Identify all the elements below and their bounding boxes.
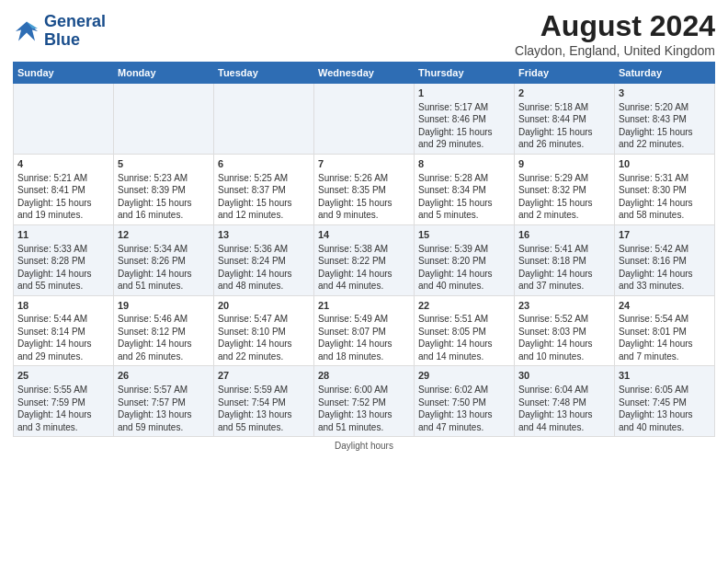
title-block: August 2024 Claydon, England, United Kin… [515, 9, 715, 58]
day-number: 29 [418, 369, 510, 383]
calendar-cell: 21Sunrise: 5:49 AMSunset: 8:07 PMDayligh… [314, 295, 415, 366]
day-number: 5 [118, 157, 210, 171]
col-saturday: Saturday [615, 63, 715, 84]
logo: General Blue [13, 13, 106, 50]
day-number: 23 [518, 299, 610, 313]
day-number: 24 [619, 299, 711, 313]
calendar-cell: 30Sunrise: 6:04 AMSunset: 7:48 PMDayligh… [515, 366, 615, 437]
calendar-cell: 4Sunrise: 5:21 AMSunset: 8:41 PMDaylight… [14, 154, 114, 224]
day-number: 18 [17, 299, 109, 313]
calendar-cell: 13Sunrise: 5:36 AMSunset: 8:24 PMDayligh… [214, 224, 314, 295]
calendar-body: 1Sunrise: 5:17 AMSunset: 8:46 PMDaylight… [14, 84, 715, 437]
col-wednesday: Wednesday [314, 63, 415, 84]
calendar-cell: 11Sunrise: 5:33 AMSunset: 8:28 PMDayligh… [14, 224, 114, 295]
day-number: 6 [218, 157, 310, 171]
day-number: 4 [17, 157, 109, 171]
footer-daylight: Daylight hours [13, 441, 715, 451]
calendar-week-4: 18Sunrise: 5:44 AMSunset: 8:14 PMDayligh… [14, 295, 715, 366]
calendar-cell: 15Sunrise: 5:39 AMSunset: 8:20 PMDayligh… [415, 224, 515, 295]
day-number: 22 [418, 299, 510, 313]
day-number: 27 [218, 369, 310, 383]
day-number: 17 [619, 228, 711, 242]
calendar-cell: 24Sunrise: 5:54 AMSunset: 8:01 PMDayligh… [615, 295, 715, 366]
calendar-cell: 19Sunrise: 5:46 AMSunset: 8:12 PMDayligh… [114, 295, 214, 366]
day-number: 1 [418, 86, 510, 100]
calendar-header: Sunday Monday Tuesday Wednesday Thursday… [14, 63, 715, 84]
col-tuesday: Tuesday [214, 63, 314, 84]
calendar-cell: 31Sunrise: 6:05 AMSunset: 7:45 PMDayligh… [615, 366, 715, 437]
calendar-week-3: 11Sunrise: 5:33 AMSunset: 8:28 PMDayligh… [14, 224, 715, 295]
calendar-cell: 25Sunrise: 5:55 AMSunset: 7:59 PMDayligh… [14, 366, 114, 437]
day-number: 20 [218, 299, 310, 313]
calendar-cell: 8Sunrise: 5:28 AMSunset: 8:34 PMDaylight… [415, 154, 515, 224]
header-row-days: Sunday Monday Tuesday Wednesday Thursday… [14, 63, 715, 84]
day-number: 31 [619, 369, 711, 383]
day-number: 2 [518, 86, 610, 100]
calendar-cell: 1Sunrise: 5:17 AMSunset: 8:46 PMDaylight… [415, 84, 515, 155]
calendar-cell: 5Sunrise: 5:23 AMSunset: 8:39 PMDaylight… [114, 154, 214, 224]
day-number: 21 [318, 299, 410, 313]
logo-icon [13, 17, 40, 45]
calendar-cell [14, 84, 114, 155]
calendar-cell: 22Sunrise: 5:51 AMSunset: 8:05 PMDayligh… [415, 295, 515, 366]
day-number: 9 [518, 157, 610, 171]
day-number: 7 [318, 157, 410, 171]
calendar-cell: 20Sunrise: 5:47 AMSunset: 8:10 PMDayligh… [214, 295, 314, 366]
calendar-cell: 26Sunrise: 5:57 AMSunset: 7:57 PMDayligh… [114, 366, 214, 437]
svg-marker-0 [16, 21, 38, 40]
calendar-cell: 18Sunrise: 5:44 AMSunset: 8:14 PMDayligh… [14, 295, 114, 366]
calendar-cell: 23Sunrise: 5:52 AMSunset: 8:03 PMDayligh… [515, 295, 615, 366]
month-title: August 2024 [515, 9, 715, 43]
header-row: General Blue August 2024 Claydon, Englan… [13, 9, 715, 58]
location: Claydon, England, United Kingdom [515, 43, 715, 58]
day-number: 14 [318, 228, 410, 242]
calendar-cell [214, 84, 314, 155]
logo-line1: General [44, 13, 106, 31]
day-number: 12 [118, 228, 210, 242]
calendar-cell: 3Sunrise: 5:20 AMSunset: 8:43 PMDaylight… [615, 84, 715, 155]
calendar-cell: 2Sunrise: 5:18 AMSunset: 8:44 PMDaylight… [515, 84, 615, 155]
day-number: 16 [518, 228, 610, 242]
calendar-cell: 17Sunrise: 5:42 AMSunset: 8:16 PMDayligh… [615, 224, 715, 295]
logo-line2: Blue [44, 31, 106, 50]
day-number: 10 [619, 157, 711, 171]
calendar-week-5: 25Sunrise: 5:55 AMSunset: 7:59 PMDayligh… [14, 366, 715, 437]
col-thursday: Thursday [415, 63, 515, 84]
day-number: 11 [17, 228, 109, 242]
day-number: 13 [218, 228, 310, 242]
day-number: 19 [118, 299, 210, 313]
col-sunday: Sunday [14, 63, 114, 84]
calendar-cell [314, 84, 415, 155]
main-container: General Blue August 2024 Claydon, Englan… [0, 0, 728, 456]
calendar-week-1: 1Sunrise: 5:17 AMSunset: 8:46 PMDaylight… [14, 84, 715, 155]
calendar-cell: 7Sunrise: 5:26 AMSunset: 8:35 PMDaylight… [314, 154, 415, 224]
calendar-cell: 14Sunrise: 5:38 AMSunset: 8:22 PMDayligh… [314, 224, 415, 295]
logo-text: General Blue [44, 13, 106, 50]
calendar-cell: 16Sunrise: 5:41 AMSunset: 8:18 PMDayligh… [515, 224, 615, 295]
calendar-week-2: 4Sunrise: 5:21 AMSunset: 8:41 PMDaylight… [14, 154, 715, 224]
col-friday: Friday [515, 63, 615, 84]
calendar-cell: 12Sunrise: 5:34 AMSunset: 8:26 PMDayligh… [114, 224, 214, 295]
calendar-cell: 6Sunrise: 5:25 AMSunset: 8:37 PMDaylight… [214, 154, 314, 224]
day-number: 8 [418, 157, 510, 171]
calendar-table: Sunday Monday Tuesday Wednesday Thursday… [13, 62, 715, 437]
calendar-cell: 28Sunrise: 6:00 AMSunset: 7:52 PMDayligh… [314, 366, 415, 437]
day-number: 25 [17, 369, 109, 383]
day-number: 15 [418, 228, 510, 242]
calendar-cell [114, 84, 214, 155]
calendar-cell: 9Sunrise: 5:29 AMSunset: 8:32 PMDaylight… [515, 154, 615, 224]
calendar-cell: 29Sunrise: 6:02 AMSunset: 7:50 PMDayligh… [415, 366, 515, 437]
day-number: 28 [318, 369, 410, 383]
calendar-cell: 10Sunrise: 5:31 AMSunset: 8:30 PMDayligh… [615, 154, 715, 224]
day-number: 26 [118, 369, 210, 383]
col-monday: Monday [114, 63, 214, 84]
day-number: 3 [619, 86, 711, 100]
day-number: 30 [518, 369, 610, 383]
calendar-cell: 27Sunrise: 5:59 AMSunset: 7:54 PMDayligh… [214, 366, 314, 437]
